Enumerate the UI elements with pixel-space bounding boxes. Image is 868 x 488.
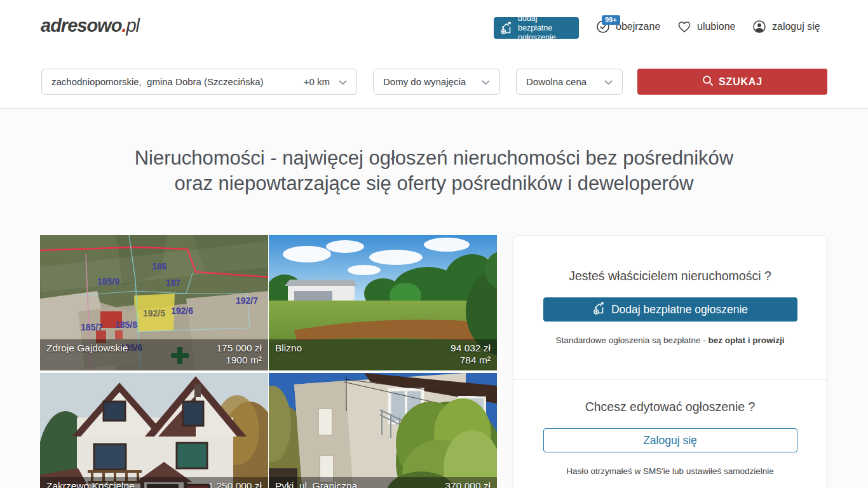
price-value: Dowolna cena (526, 76, 604, 87)
sidebar-divider (513, 379, 827, 380)
edit-note: Hasło otrzymałeś w SMS'ie lub ustawiłeś … (513, 466, 827, 476)
search-icon (702, 75, 714, 89)
add-free-listing-label: Dodaj bezpłatne ogłoszenie (611, 303, 748, 316)
sidebar-login-button[interactable]: Zaloguj się (543, 428, 797, 452)
listing-price: 175 000 zł (216, 342, 262, 354)
header: adresowo.pl dodaj bezpłatne ogłoszenie 9… (0, 0, 868, 54)
listing-price: 94 032 zł (451, 342, 491, 354)
favorites-label: ulubione (697, 21, 736, 32)
login-label: zaloguj się (772, 21, 820, 32)
listing-card[interactable]: Blizno 94 032 zł 784 m² (269, 235, 497, 370)
sidebar-login-label: Zaloguj się (643, 434, 697, 447)
house-add-icon (592, 301, 606, 318)
listing-area: 1900 m² (46, 355, 262, 366)
listing-area: 784 m² (275, 355, 491, 366)
login-link[interactable]: zaloguj się (752, 20, 820, 34)
parcel-label: 192/7 (236, 295, 258, 306)
listing-card[interactable]: 186 187 185/9 192/7 192/5 192/6 185/8 18… (40, 235, 268, 370)
check-circle-icon: 99+ (596, 20, 610, 34)
listing-price: 370 000 zł (445, 480, 491, 488)
location-select[interactable]: zachodniopomorskie, gmina Dobra (Szczeci… (41, 69, 357, 95)
listing-overlay: Zakrzewo Kościelne 1 250 000 zł (40, 477, 268, 488)
page-title: Nieruchomości - najwięcej ogłoszeń nieru… (0, 146, 868, 196)
chevron-down-icon (339, 76, 347, 87)
heart-icon (677, 20, 691, 34)
parcel-label: 186 (152, 261, 167, 271)
price-select[interactable]: Dowolna cena (516, 69, 623, 95)
add-listing-label: dodaj bezpłatne ogłoszenie (518, 14, 573, 43)
radius-value: +0 km (304, 76, 330, 87)
viewed-link[interactable]: 99+ obejrzane (596, 20, 660, 34)
parcel-label: 192/6 (171, 306, 193, 316)
viewed-count-badge: 99+ (602, 15, 620, 25)
site-logo[interactable]: adresowo.pl (41, 15, 139, 36)
listings-grid: 186 187 185/9 192/7 192/5 192/6 185/8 18… (40, 235, 497, 488)
listing-name: Zdroje Gajdowskie (46, 342, 128, 354)
parcel-label: 185/7 (81, 322, 103, 332)
listing-card[interactable]: Pyki, ul. Graniczna 370 000 zł (269, 373, 497, 488)
listing-card[interactable]: Zakrzewo Kościelne 1 250 000 zł (40, 373, 268, 488)
house-add-icon (499, 21, 513, 35)
listing-price: 1 250 000 zł (208, 480, 262, 488)
add-free-listing-button[interactable]: Dodaj bezpłatne ogłoszenie (543, 297, 797, 322)
chevron-down-icon (482, 76, 490, 87)
listing-overlay: Pyki, ul. Graniczna 370 000 zł (269, 477, 497, 488)
facade-photo-image (269, 373, 497, 488)
favorites-link[interactable]: ulubione (677, 20, 736, 34)
listing-name: Zakrzewo Kościelne (46, 480, 135, 488)
logo-text: adresowo (41, 15, 121, 36)
search-button-label: SZUKAJ (719, 76, 763, 88)
add-listing-button[interactable]: dodaj bezpłatne ogłoszenie (494, 17, 579, 39)
listing-name: Blizno (275, 342, 302, 354)
search-button[interactable]: SZUKAJ (637, 69, 827, 95)
owner-panel: Jesteś właścicielem nieruchomości ? Doda… (513, 235, 827, 488)
listing-overlay: Blizno 94 032 zł 784 m² (269, 339, 497, 370)
main-content: Nieruchomości - najwięcej ogłoszeń nieru… (0, 109, 868, 488)
listing-overlay: Zdroje Gajdowskie 175 000 zł 1900 m² (40, 339, 268, 370)
edit-heading: Chcesz edytować ogłoszenie ? (513, 400, 827, 414)
owner-note: Standardowe ogłoszenia są bezpłatne - be… (513, 336, 827, 345)
search-filter-bar: zachodniopomorskie, gmina Dobra (Szczeci… (0, 54, 868, 109)
chevron-down-icon (604, 76, 613, 87)
property-type-select[interactable]: Domy do wynajęcia (373, 69, 500, 95)
listing-name: Pyki, ul. Graniczna (275, 480, 357, 488)
parcel-label: 185/8 (115, 320, 137, 330)
property-type-value: Domy do wynajęcia (383, 76, 482, 87)
house-photo-image (40, 373, 268, 488)
parcel-label: 187 (166, 278, 181, 288)
owner-heading: Jesteś właścicielem nieruchomości ? (513, 269, 827, 283)
logo-tld: pl (126, 15, 139, 36)
parcel-label: 185/9 (97, 276, 119, 287)
user-icon (752, 20, 766, 34)
parcel-label: 192/5 (143, 308, 165, 318)
viewed-label: obejrzane (616, 21, 660, 32)
location-value: zachodniopomorskie, gmina Dobra (Szczeci… (51, 76, 304, 87)
